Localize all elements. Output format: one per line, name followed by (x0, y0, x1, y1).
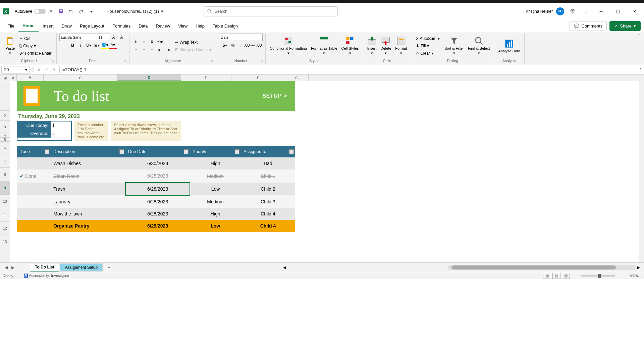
decrease-font-button[interactable]: A↓ (119, 34, 126, 41)
table-row[interactable]: Trash6/28/2023LowChild 2 (17, 183, 295, 195)
increase-font-button[interactable]: A↑ (111, 34, 118, 41)
prev-sheet-button[interactable]: ◀ (3, 264, 9, 271)
col-header-a[interactable]: A (10, 75, 17, 81)
align-bottom-button[interactable]: ⬇ (148, 38, 156, 46)
th-priority[interactable]: Priority▾ (190, 146, 241, 157)
paste-button[interactable]: Paste▾ (4, 35, 16, 57)
filename[interactable]: HouseholdChoreList (2) (1) ▾ (106, 9, 163, 14)
name-box[interactable]: D9▾ (1, 66, 30, 73)
orientation-button[interactable]: ⟲▾ (156, 38, 164, 46)
save-button[interactable] (57, 7, 65, 16)
align-right-button[interactable]: ≡ (148, 46, 156, 54)
cancel-formula-button[interactable]: ✕ (36, 66, 43, 73)
tab-page-layout[interactable]: Page Layout (76, 21, 108, 31)
filter-icon[interactable]: ▾ (45, 149, 49, 154)
row-header-11[interactable]: 11 (0, 208, 10, 221)
zoom-slider[interactable] (581, 275, 615, 277)
page-layout-view-button[interactable]: ▤ (552, 273, 560, 279)
zoom-out-button[interactable]: − (571, 274, 577, 278)
bold-button[interactable]: B (69, 42, 76, 49)
redo-button[interactable] (77, 7, 86, 16)
copy-button[interactable]: ⎘ Copy ▾ (17, 43, 53, 49)
clear-button[interactable]: ◇ Clear ▾ (414, 50, 442, 57)
filter-icon[interactable]: ▾ (235, 149, 239, 154)
row-header-12[interactable]: 12 (0, 221, 10, 235)
th-assigned[interactable]: Assigned to▾ (241, 146, 295, 157)
col-header-b[interactable]: B (17, 75, 44, 81)
col-header-d[interactable]: D (117, 75, 181, 81)
select-all-corner[interactable]: ◢ (0, 75, 10, 81)
col-header-f[interactable]: F (231, 75, 285, 81)
tab-view[interactable]: View (174, 21, 192, 31)
maximize-button[interactable]: ▢ (611, 6, 625, 16)
tab-draw[interactable]: Draw (58, 21, 76, 31)
sort-filter-button[interactable]: Sort & Filter▾ (443, 35, 465, 57)
row-header-4[interactable]: 4 (0, 133, 10, 138)
fill-button[interactable]: ⬇ Fill ▾ (414, 43, 442, 49)
table-row[interactable]: Laundry6/28/2023MediumChild 3 (17, 195, 295, 208)
table-row[interactable]: Organize Pantry6/29/2023LowChild 4 (17, 220, 295, 232)
tab-review[interactable]: Review (152, 21, 174, 31)
border-button[interactable]: ⊞▾ (93, 42, 101, 49)
tab-data[interactable]: Data (135, 21, 152, 31)
underline-button[interactable]: U▾ (85, 42, 93, 49)
th-description[interactable]: Description▾ (51, 146, 125, 157)
zoom-level[interactable]: 100% (627, 274, 641, 278)
excel-icon[interactable]: X (3, 8, 9, 14)
align-middle-button[interactable]: ≡ (140, 38, 148, 46)
col-header-g[interactable]: G (285, 75, 309, 81)
conditional-formatting-button[interactable]: Conditional Formatting▾ (268, 35, 308, 57)
tab-home[interactable]: Home (18, 20, 39, 32)
font-name-select[interactable] (59, 34, 96, 41)
pen-icon[interactable] (582, 7, 590, 16)
row-header-3[interactable]: 3 (0, 121, 10, 133)
row-header-10[interactable]: 10 (0, 195, 10, 208)
wrap-text-button[interactable]: ↩ Wrap Text (173, 39, 214, 46)
tab-table-design[interactable]: Table Design (209, 21, 242, 31)
th-due-date[interactable]: Due Date▾ (125, 146, 190, 157)
formula-input[interactable]: =TODAY()-1 (60, 67, 637, 72)
font-color-button[interactable]: A▾ (109, 42, 117, 49)
tab-insert[interactable]: Insert (39, 21, 58, 31)
analyze-data-button[interactable]: Analyze Data (497, 38, 521, 54)
page-break-view-button[interactable]: ▥ (562, 273, 570, 279)
row-header-6[interactable]: 6 (0, 142, 10, 154)
undo-button[interactable] (67, 7, 75, 16)
cut-button[interactable]: ✂ Cut (17, 35, 53, 42)
horizontal-scrollbar[interactable] (448, 265, 636, 270)
user-avatar[interactable]: KH (556, 7, 564, 15)
filter-icon[interactable]: ▾ (119, 149, 124, 154)
next-sheet-button[interactable]: ▶ (9, 264, 16, 271)
fill-color-button[interactable]: 🪣▾ (101, 42, 109, 49)
search-input[interactable]: Search (204, 6, 338, 16)
comments-button[interactable]: 💬 Comments (570, 21, 607, 31)
find-select-button[interactable]: Find & Select▾ (467, 35, 491, 57)
accessibility-status[interactable]: ♿ Accessibility: Investigate (23, 274, 69, 278)
row-header-5[interactable]: 5 (0, 138, 10, 142)
row-header-1[interactable]: 1 (0, 81, 10, 111)
table-row[interactable]: Wash Dishes6/30/2023HighDad (17, 157, 295, 169)
sheet-tab-todo[interactable]: To Do List (30, 263, 59, 272)
col-header-c[interactable]: C (44, 75, 117, 81)
increase-decimal-button[interactable]: .00→ (245, 42, 253, 49)
cell-styles-button[interactable]: Cell Styles▾ (340, 35, 360, 57)
format-cells-button[interactable]: Format▾ (394, 35, 408, 57)
row-header-8[interactable]: 8 (0, 168, 10, 181)
tab-help[interactable]: Help (192, 21, 209, 31)
row-header-13[interactable]: 13 (0, 235, 10, 248)
font-size-select[interactable] (97, 34, 110, 41)
enter-formula-button[interactable]: ✓ (43, 66, 50, 73)
share-button[interactable]: ↗ Share ▾ (609, 21, 641, 31)
row-header-9[interactable]: 9 (0, 181, 10, 195)
setup-link[interactable]: SETUP > (262, 93, 287, 99)
diamond-icon[interactable] (568, 7, 577, 16)
fx-icon[interactable]: fx (51, 66, 57, 73)
expand-formula-bar-button[interactable]: ˅ (637, 66, 644, 73)
spreadsheet-grid[interactable]: ◢ 1 2 3 4 5 6 7 8 9 10 11 12 13 A B C D … (0, 75, 644, 262)
minimize-button[interactable]: ─ (594, 6, 608, 16)
delete-cells-button[interactable]: Delete▾ (379, 35, 393, 57)
zoom-in-button[interactable]: + (619, 274, 625, 278)
filter-icon[interactable]: ▾ (184, 149, 189, 154)
col-header-e[interactable]: E (181, 75, 231, 81)
percent-button[interactable]: % (229, 42, 236, 49)
